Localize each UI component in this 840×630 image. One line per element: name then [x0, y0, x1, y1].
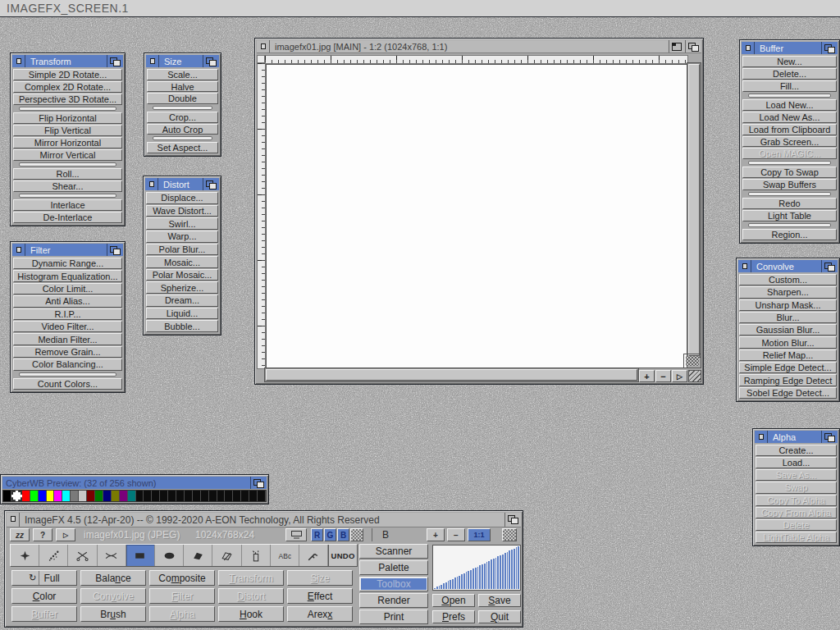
- effect-button[interactable]: Effect: [287, 588, 353, 604]
- image-canvas[interactable]: [266, 64, 687, 368]
- buffer-titlebar[interactable]: Buffer: [742, 42, 838, 54]
- color-swatch-31[interactable]: [258, 491, 266, 501]
- set-aspect-button[interactable]: Set Aspect...: [147, 142, 218, 153]
- palette-button[interactable]: Palette: [359, 560, 428, 575]
- full-button[interactable]: ↻Full: [11, 570, 77, 586]
- mosaic-button[interactable]: Mosaic...: [146, 256, 218, 268]
- color-swatch-10[interactable]: [87, 491, 95, 501]
- color-swatch-17[interactable]: [144, 491, 152, 501]
- polar-mosaic-button[interactable]: Polar Mosaic...: [146, 269, 218, 281]
- depth-icon[interactable]: [504, 513, 521, 527]
- depth-icon[interactable]: [107, 55, 123, 67]
- resize-handle[interactable]: [688, 370, 701, 382]
- color-swatch-27[interactable]: [225, 491, 233, 501]
- simple-edge-detect-button[interactable]: Simple Edge Detect...: [739, 362, 837, 373]
- alpha-titlebar[interactable]: Alpha: [755, 431, 838, 443]
- dream-button[interactable]: Dream...: [146, 294, 218, 307]
- anti-alias-button[interactable]: Anti Alias...: [13, 295, 122, 307]
- sharpen-button[interactable]: Sharpen...: [739, 286, 837, 298]
- color-swatch-3[interactable]: [30, 491, 39, 501]
- close-icon[interactable]: [12, 244, 25, 256]
- color-swatch-12[interactable]: [103, 491, 112, 501]
- color-balancing-button[interactable]: Color Balancing...: [13, 358, 122, 370]
- scale-button[interactable]: Scale...: [147, 69, 218, 80]
- color-swatch-18[interactable]: [152, 491, 160, 501]
- gaussian-blur-button[interactable]: Gaussian Blur...: [739, 324, 837, 336]
- brush-button[interactable]: Brush: [80, 606, 146, 622]
- warp-button[interactable]: Warp...: [146, 231, 218, 243]
- depth-icon[interactable]: [821, 260, 838, 272]
- help-button[interactable]: ?: [33, 528, 52, 541]
- toolbox-titlebar[interactable]: ImageFX 4.5 (12-Apr-20) -- © 1992-2020 A…: [7, 513, 521, 527]
- color-swatch-6[interactable]: [54, 491, 62, 501]
- color-swatch-19[interactable]: [160, 491, 168, 501]
- flip-vertical-button[interactable]: Flip Vertical: [13, 125, 122, 136]
- green-channel-toggle[interactable]: G: [324, 528, 336, 541]
- color-swatch-20[interactable]: [168, 491, 176, 501]
- spherize-button[interactable]: Spherize...: [146, 281, 218, 294]
- depth-icon[interactable]: [107, 244, 123, 256]
- color-swatch-7[interactable]: [62, 491, 71, 501]
- undo-button[interactable]: UNDO: [328, 545, 357, 566]
- color-swatch-16[interactable]: [136, 491, 144, 501]
- histogram-equalization-button[interactable]: Histogram Equalization...: [13, 270, 122, 281]
- close-icon[interactable]: [742, 42, 755, 54]
- copy-to-swap-button[interactable]: Copy To Swap: [742, 167, 837, 178]
- color-swatch-24[interactable]: [201, 491, 209, 501]
- scroll-arrow-button[interactable]: ▷: [672, 370, 687, 382]
- liquid-button[interactable]: Liquid...: [146, 308, 218, 320]
- custom-button[interactable]: Custom...: [739, 274, 837, 285]
- cyberwb-titlebar[interactable]: CyberWB Preview: (32 of 256 shown): [2, 477, 267, 489]
- interlace-button[interactable]: Interlace: [13, 199, 122, 211]
- color-swatch-28[interactable]: [233, 491, 241, 501]
- horizontal-scrollbar[interactable]: [264, 368, 639, 382]
- ellipse-tool-icon[interactable]: [155, 545, 184, 566]
- roll-button[interactable]: Roll...: [13, 168, 122, 180]
- color-limit-button[interactable]: Color Limit...: [13, 283, 122, 294]
- vertical-scrollbar[interactable]: [687, 62, 701, 358]
- close-icon[interactable]: [145, 178, 158, 190]
- screen-mode-button[interactable]: [285, 528, 307, 541]
- perspective-3d-rotate-button[interactable]: Perspective 3D Rotate...: [13, 94, 122, 105]
- double-button[interactable]: Double: [147, 93, 218, 104]
- mirror-horizontal-button[interactable]: Mirror Horizontal: [13, 137, 122, 148]
- scissors-closed-tool-icon[interactable]: [98, 545, 126, 566]
- remove-grain-button[interactable]: Remove Grain...: [13, 346, 122, 358]
- complex-2d-rotate-button[interactable]: Complex 2D Rotate...: [13, 81, 122, 93]
- color-swatch-5[interactable]: [47, 491, 55, 501]
- depth-icon[interactable]: [821, 42, 838, 54]
- pointer-tool-icon[interactable]: [11, 545, 39, 566]
- transform-titlebar[interactable]: Transform: [12, 55, 123, 67]
- save-button[interactable]: Save: [478, 594, 521, 607]
- depth-icon[interactable]: [203, 55, 219, 67]
- dither-pattern-icon[interactable]: [350, 528, 363, 541]
- blur-button[interactable]: Blur...: [739, 312, 837, 323]
- r-i-p-button[interactable]: R.I.P...: [13, 308, 122, 320]
- color-swatch-1[interactable]: [11, 491, 22, 501]
- print-button[interactable]: Print: [359, 609, 428, 624]
- vertical-scrollbar-thumb[interactable]: [688, 64, 700, 356]
- airgun-tool-icon[interactable]: [299, 545, 328, 566]
- screen-titlebar[interactable]: IMAGEFX_SCREEN.1: [0, 0, 840, 17]
- color-swatch-29[interactable]: [241, 491, 249, 501]
- median-filter-button[interactable]: Median Filter...: [13, 333, 122, 345]
- de-interlace-button[interactable]: De-Interlace: [13, 212, 122, 223]
- text-tool-icon[interactable]: ABc: [271, 545, 299, 566]
- delete-button[interactable]: Delete...: [742, 68, 837, 80]
- rectangle-tool-icon[interactable]: [126, 545, 155, 566]
- ramping-edge-detect-button[interactable]: Ramping Edge Detect: [739, 374, 837, 386]
- spray-can-tool-icon[interactable]: [242, 545, 271, 566]
- swap-buffers-button[interactable]: Swap Buffers: [742, 179, 837, 190]
- airbrush-tool-icon[interactable]: [39, 545, 68, 566]
- color-swatch-0[interactable]: [3, 491, 11, 501]
- pan-gadget-icon[interactable]: [683, 354, 701, 368]
- composite-button[interactable]: Composite: [149, 570, 215, 586]
- unsharp-mask-button[interactable]: Unsharp Mask...: [739, 299, 837, 311]
- depth-icon[interactable]: [203, 178, 219, 190]
- dynamic-range-button[interactable]: Dynamic Range...: [13, 258, 122, 269]
- red-channel-toggle[interactable]: R: [311, 528, 323, 541]
- relief-map-button[interactable]: Relief Map...: [739, 349, 837, 361]
- close-icon[interactable]: [146, 55, 159, 67]
- close-icon[interactable]: [755, 431, 768, 443]
- swirl-button[interactable]: Swirl...: [146, 217, 218, 230]
